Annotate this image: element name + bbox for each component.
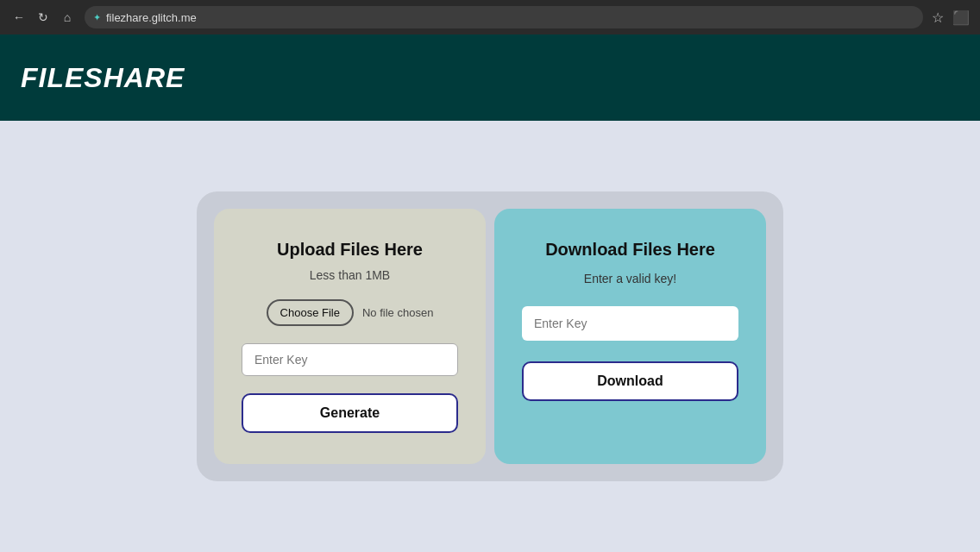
download-heading: Download Files Here [545,240,715,260]
download-button[interactable]: Download [522,361,738,401]
download-subtitle: Enter a valid key! [584,272,676,285]
upload-card: Upload Files Here Less than 1MB Choose F… [214,209,486,464]
generate-button[interactable]: Generate [242,393,458,433]
extensions-icon[interactable]: ⬛ [952,9,970,26]
refresh-icon[interactable]: ↻ [35,10,52,24]
file-input-row: Choose File No file chosen [267,299,434,326]
site-title: FILESHARE [21,62,185,94]
browser-chrome: ← ↻ ⌂ ✦ filezhare.glitch.me ☆ ⬛ [0,0,980,34]
download-card: Download Files Here Enter a valid key! D… [494,209,766,464]
choose-file-button[interactable]: Choose File [267,299,354,326]
bookmark-icon[interactable]: ☆ [932,9,944,26]
site-header: FILESHARE [0,34,980,121]
no-file-text: No file chosen [362,306,433,319]
upload-subtitle: Less than 1MB [310,268,390,282]
download-key-input[interactable] [522,306,738,341]
home-icon[interactable]: ⌂ [59,10,76,24]
upload-key-input[interactable] [242,343,458,376]
site-secure-icon: ✦ [93,12,101,23]
url-text: filezhare.glitch.me [106,11,197,24]
browser-nav: ← ↻ ⌂ [10,10,76,24]
main-content: Upload Files Here Less than 1MB Choose F… [0,121,980,552]
cards-wrapper: Upload Files Here Less than 1MB Choose F… [197,191,783,481]
address-bar[interactable]: ✦ filezhare.glitch.me [85,6,923,28]
upload-heading: Upload Files Here [277,240,423,260]
browser-actions: ☆ ⬛ [932,9,970,26]
back-icon[interactable]: ← [10,10,28,24]
